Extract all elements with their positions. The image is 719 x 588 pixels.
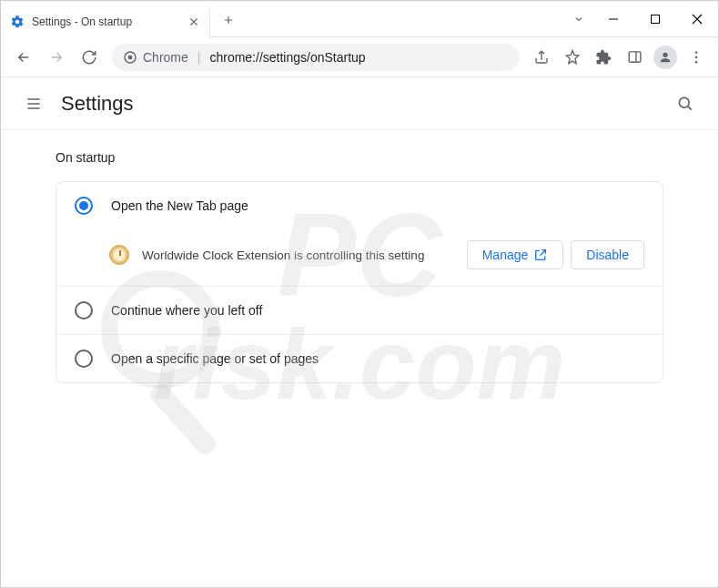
window-titlebar: Settings - On startup: [1, 1, 718, 37]
url-path: chrome://settings/onStartup: [209, 50, 365, 65]
option-label: Open the New Tab page: [111, 198, 248, 213]
maximize-button[interactable]: [634, 1, 676, 37]
radio-selected[interactable]: [75, 197, 93, 215]
page-title: Settings: [61, 92, 134, 116]
svg-rect-0: [609, 18, 618, 19]
option-open-new-tab[interactable]: Open the New Tab page: [56, 182, 663, 229]
profile-avatar[interactable]: [651, 43, 680, 72]
address-bar[interactable]: Chrome | chrome://settings/onStartup: [112, 44, 520, 71]
manage-button-label: Manage: [482, 248, 529, 262]
svg-rect-1: [652, 15, 660, 23]
startup-options-card: Open the New Tab page Worldwide Clock Ex…: [56, 181, 663, 383]
settings-header: Settings: [1, 77, 718, 130]
close-window-button[interactable]: [676, 1, 718, 37]
close-tab-icon[interactable]: [187, 15, 200, 28]
extension-message: Worldwide Clock Extension is controlling…: [142, 248, 454, 262]
url-separator: |: [197, 50, 201, 65]
sidepanel-icon[interactable]: [620, 43, 649, 72]
svg-point-9: [695, 60, 698, 63]
clock-extension-icon: [109, 245, 129, 265]
menu-kebab-icon[interactable]: [682, 43, 711, 72]
hamburger-menu-icon[interactable]: [17, 87, 50, 120]
extensions-icon[interactable]: [589, 43, 618, 72]
browser-tab[interactable]: Settings - On startup: [1, 5, 210, 37]
new-tab-button[interactable]: [216, 7, 241, 33]
back-button[interactable]: [8, 42, 39, 73]
svg-point-3: [128, 55, 133, 59]
svg-rect-4: [629, 52, 641, 62]
chrome-icon: [123, 50, 137, 65]
disable-button-label: Disable: [586, 248, 629, 262]
svg-point-8: [695, 56, 698, 58]
gear-icon: [10, 15, 25, 29]
svg-point-7: [695, 51, 698, 54]
option-label: Open a specific page or set of pages: [111, 351, 319, 366]
radio-unselected[interactable]: [75, 350, 93, 368]
window-controls: [565, 1, 718, 36]
chevron-down-icon[interactable]: [565, 1, 592, 37]
tab-title: Settings - On startup: [32, 15, 180, 28]
option-continue[interactable]: Continue where you left off: [56, 286, 663, 334]
section-title: On startup: [56, 150, 663, 165]
open-external-icon: [533, 248, 548, 262]
minimize-button[interactable]: [592, 1, 634, 37]
forward-button[interactable]: [41, 42, 72, 73]
url-host: Chrome: [143, 50, 188, 65]
bookmark-star-icon[interactable]: [558, 43, 587, 72]
reload-button[interactable]: [74, 42, 105, 73]
search-icon[interactable]: [669, 87, 702, 120]
manage-button[interactable]: Manage: [467, 240, 564, 269]
radio-unselected[interactable]: [75, 301, 93, 319]
option-specific-pages[interactable]: Open a specific page or set of pages: [56, 334, 663, 382]
svg-point-10: [679, 97, 689, 107]
settings-content: On startup Open the New Tab page Worldwi…: [1, 130, 718, 403]
share-icon[interactable]: [527, 43, 556, 72]
option-label: Continue where you left off: [111, 303, 262, 318]
disable-button[interactable]: Disable: [571, 240, 644, 269]
extension-control-notice: Worldwide Clock Extension is controlling…: [56, 229, 663, 286]
browser-toolbar: Chrome | chrome://settings/onStartup: [1, 37, 718, 77]
svg-point-6: [663, 52, 667, 56]
